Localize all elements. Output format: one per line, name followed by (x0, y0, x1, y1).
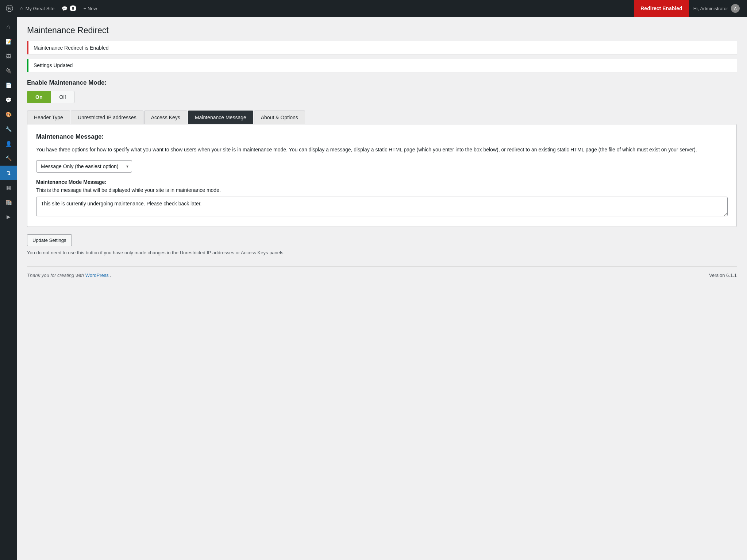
comment-icon: 💬 (62, 6, 68, 11)
tab-panel-title: Maintenance Message: (36, 133, 728, 140)
toggle-off-button[interactable]: Off (51, 91, 74, 103)
tab-unrestricted-ip[interactable]: Unrestricted IP addresses (71, 111, 143, 124)
redirect-enabled-button[interactable]: Redirect Enabled (634, 0, 689, 17)
topbar: W ⌂ My Great Site 💬 0 + New Redirect Ena… (0, 0, 747, 17)
main-layout: ⌂ 📝 🖼 🔌 📄 💬 🎨 🔧 👤 🔨 ⇅ ▦ 🏬 ▶ Maintenance … (0, 17, 747, 560)
tab-panel: Maintenance Message: You have three opti… (27, 124, 737, 227)
admin-menu[interactable]: Hi, Administrator A (689, 0, 744, 17)
content-area: Maintenance Redirect Maintenance Redirec… (17, 17, 747, 560)
comments-badge: 0 (70, 5, 76, 11)
update-note: You do not need to use this button if yo… (27, 250, 737, 255)
new-link[interactable]: + New (80, 0, 101, 17)
update-settings-button[interactable]: Update Settings (27, 234, 72, 246)
new-label: + New (84, 6, 97, 11)
topbar-right: Redirect Enabled Hi, Administrator A (634, 0, 744, 17)
notice-error-text: Maintenance Redirect is Enabled (34, 45, 108, 51)
sidebar-item-posts[interactable]: 📝 (0, 34, 17, 49)
message-type-select-wrapper: Message Only (the easiest option) Static… (36, 160, 132, 173)
tab-access-keys[interactable]: Access Keys (144, 111, 187, 124)
notice-error: Maintenance Redirect is Enabled (27, 41, 737, 54)
tab-maintenance-message[interactable]: Maintenance Message (188, 111, 253, 124)
sidebar-item-comments[interactable]: 💬 (0, 93, 17, 107)
sidebar-item-maintenance[interactable]: ⇅ (0, 166, 17, 180)
tab-header-type[interactable]: Header Type (27, 111, 70, 124)
footer-prefix: Thank you for creating with (27, 273, 84, 278)
page-title: Maintenance Redirect (27, 26, 737, 35)
notice-success-text: Settings Updated (34, 62, 73, 68)
toggle-on-button[interactable]: On (27, 91, 51, 103)
comments-link[interactable]: 💬 0 (58, 0, 80, 17)
wordpress-link[interactable]: WordPress (85, 273, 109, 278)
sidebar-item-dashboard[interactable]: ⌂ (0, 20, 17, 34)
maintenance-message-textarea[interactable] (36, 197, 728, 216)
footer-suffix: . (110, 273, 111, 278)
notice-success: Settings Updated (27, 59, 737, 72)
footer: Thank you for creating with WordPress . … (27, 266, 737, 279)
sidebar-item-play[interactable]: ▶ (0, 209, 17, 224)
sidebar-item-settings[interactable]: 🔨 (0, 151, 17, 166)
message-type-select[interactable]: Message Only (the easiest option) Static… (36, 160, 132, 173)
version-label: Version 6.1.1 (709, 273, 737, 278)
sidebar-item-tools[interactable]: 🔧 (0, 122, 17, 136)
home-icon: ⌂ (20, 5, 23, 12)
enable-mode-label: Enable Maintenance Mode: (27, 79, 737, 86)
sidebar-item-appearance[interactable]: 🎨 (0, 107, 17, 122)
tabs: Header Type Unrestricted IP addresses Ac… (27, 111, 737, 124)
toggle-group: On Off (27, 91, 737, 103)
wp-logo[interactable]: W (3, 0, 16, 17)
svg-text:W: W (8, 6, 12, 11)
sidebar-item-plugins[interactable]: 🔌 (0, 63, 17, 78)
site-name-link[interactable]: ⌂ My Great Site (16, 0, 58, 17)
site-name: My Great Site (26, 6, 54, 11)
sidebar-item-store[interactable]: 🏬 (0, 195, 17, 209)
sidebar: ⌂ 📝 🖼 🔌 📄 💬 🎨 🔧 👤 🔨 ⇅ ▦ 🏬 ▶ (0, 17, 17, 560)
footer-text: Thank you for creating with WordPress . (27, 273, 111, 278)
sidebar-item-media[interactable]: 🖼 (0, 49, 17, 63)
sidebar-item-users[interactable]: 👤 (0, 136, 17, 151)
tab-panel-desc: You have three options for how to specif… (36, 146, 728, 154)
mode-message-label: Maintenance Mode Message: (36, 179, 728, 185)
tab-about-options[interactable]: About & Options (254, 111, 305, 124)
sidebar-item-pages[interactable]: 📄 (0, 78, 17, 93)
avatar: A (731, 4, 740, 13)
topbar-items: ⌂ My Great Site 💬 0 + New (16, 0, 634, 17)
mode-message-desc: This is the message that will be display… (36, 187, 728, 193)
admin-label: Hi, Administrator (693, 6, 728, 11)
sidebar-item-widgets[interactable]: ▦ (0, 180, 17, 195)
